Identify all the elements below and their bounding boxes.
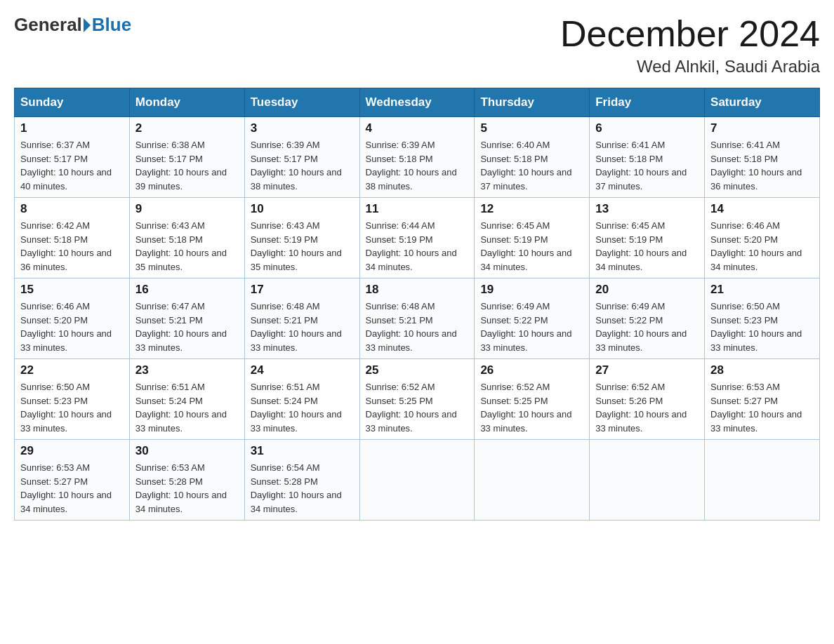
calendar-cell: 27 Sunrise: 6:52 AM Sunset: 5:26 PM Dayl… bbox=[590, 359, 705, 440]
calendar-cell: 31 Sunrise: 6:54 AM Sunset: 5:28 PM Dayl… bbox=[244, 440, 359, 521]
calendar-week-row: 8 Sunrise: 6:42 AM Sunset: 5:18 PM Dayli… bbox=[15, 198, 820, 279]
day-number: 7 bbox=[710, 121, 814, 135]
day-info: Sunrise: 6:49 AM Sunset: 5:22 PM Dayligh… bbox=[595, 300, 699, 354]
col-sunday: Sunday bbox=[15, 88, 130, 117]
day-info: Sunrise: 6:53 AM Sunset: 5:27 PM Dayligh… bbox=[20, 461, 124, 516]
calendar-header-row: Sunday Monday Tuesday Wednesday Thursday… bbox=[15, 88, 820, 117]
col-tuesday: Tuesday bbox=[244, 88, 359, 117]
day-number: 2 bbox=[135, 121, 239, 135]
day-number: 19 bbox=[480, 283, 583, 297]
calendar-cell bbox=[590, 440, 705, 521]
day-number: 4 bbox=[366, 121, 469, 135]
calendar-cell: 14 Sunrise: 6:46 AM Sunset: 5:20 PM Dayl… bbox=[705, 198, 820, 279]
day-info: Sunrise: 6:47 AM Sunset: 5:21 PM Dayligh… bbox=[135, 300, 239, 354]
day-info: Sunrise: 6:49 AM Sunset: 5:22 PM Dayligh… bbox=[480, 300, 583, 354]
calendar-cell: 11 Sunrise: 6:44 AM Sunset: 5:19 PM Dayl… bbox=[359, 198, 475, 279]
day-number: 22 bbox=[20, 363, 124, 377]
calendar-cell: 2 Sunrise: 6:38 AM Sunset: 5:17 PM Dayli… bbox=[129, 117, 244, 198]
day-info: Sunrise: 6:46 AM Sunset: 5:20 PM Dayligh… bbox=[710, 219, 814, 274]
title-section: December 2024 Wed Alnkil, Saudi Arabia bbox=[560, 14, 820, 76]
day-number: 13 bbox=[595, 202, 699, 216]
day-info: Sunrise: 6:41 AM Sunset: 5:18 PM Dayligh… bbox=[595, 138, 699, 193]
calendar-cell: 20 Sunrise: 6:49 AM Sunset: 5:22 PM Dayl… bbox=[590, 279, 705, 359]
day-info: Sunrise: 6:37 AM Sunset: 5:17 PM Dayligh… bbox=[20, 138, 124, 193]
day-number: 14 bbox=[710, 202, 814, 216]
day-info: Sunrise: 6:51 AM Sunset: 5:24 PM Dayligh… bbox=[251, 380, 354, 435]
day-info: Sunrise: 6:48 AM Sunset: 5:21 PM Dayligh… bbox=[251, 300, 354, 354]
day-info: Sunrise: 6:50 AM Sunset: 5:23 PM Dayligh… bbox=[20, 380, 124, 435]
calendar-cell: 21 Sunrise: 6:50 AM Sunset: 5:23 PM Dayl… bbox=[705, 279, 820, 359]
day-info: Sunrise: 6:42 AM Sunset: 5:18 PM Dayligh… bbox=[20, 219, 124, 274]
day-info: Sunrise: 6:52 AM Sunset: 5:25 PM Dayligh… bbox=[480, 380, 583, 435]
calendar-cell: 30 Sunrise: 6:53 AM Sunset: 5:28 PM Dayl… bbox=[129, 440, 244, 521]
day-info: Sunrise: 6:54 AM Sunset: 5:28 PM Dayligh… bbox=[251, 461, 354, 516]
calendar-cell: 15 Sunrise: 6:46 AM Sunset: 5:20 PM Dayl… bbox=[15, 279, 130, 359]
calendar-cell: 10 Sunrise: 6:43 AM Sunset: 5:19 PM Dayl… bbox=[244, 198, 359, 279]
calendar-cell: 28 Sunrise: 6:53 AM Sunset: 5:27 PM Dayl… bbox=[705, 359, 820, 440]
calendar-week-row: 1 Sunrise: 6:37 AM Sunset: 5:17 PM Dayli… bbox=[15, 117, 820, 198]
day-number: 1 bbox=[20, 121, 124, 135]
calendar-cell: 4 Sunrise: 6:39 AM Sunset: 5:18 PM Dayli… bbox=[359, 117, 475, 198]
day-info: Sunrise: 6:51 AM Sunset: 5:24 PM Dayligh… bbox=[135, 380, 239, 435]
day-number: 15 bbox=[20, 283, 124, 297]
day-number: 28 bbox=[710, 363, 814, 377]
day-number: 11 bbox=[366, 202, 469, 216]
day-number: 27 bbox=[595, 363, 699, 377]
calendar-cell: 29 Sunrise: 6:53 AM Sunset: 5:27 PM Dayl… bbox=[15, 440, 130, 521]
day-number: 21 bbox=[710, 283, 814, 297]
day-number: 23 bbox=[135, 363, 239, 377]
col-thursday: Thursday bbox=[475, 88, 590, 117]
calendar-cell: 22 Sunrise: 6:50 AM Sunset: 5:23 PM Dayl… bbox=[15, 359, 130, 440]
day-info: Sunrise: 6:43 AM Sunset: 5:19 PM Dayligh… bbox=[251, 219, 354, 274]
day-number: 8 bbox=[20, 202, 124, 216]
calendar-cell: 24 Sunrise: 6:51 AM Sunset: 5:24 PM Dayl… bbox=[244, 359, 359, 440]
day-number: 31 bbox=[251, 444, 354, 458]
day-number: 10 bbox=[251, 202, 354, 216]
calendar-cell: 12 Sunrise: 6:45 AM Sunset: 5:19 PM Dayl… bbox=[475, 198, 590, 279]
col-saturday: Saturday bbox=[705, 88, 820, 117]
calendar-subtitle: Wed Alnkil, Saudi Arabia bbox=[560, 57, 820, 76]
calendar-cell: 23 Sunrise: 6:51 AM Sunset: 5:24 PM Dayl… bbox=[129, 359, 244, 440]
day-number: 20 bbox=[595, 283, 699, 297]
day-number: 17 bbox=[251, 283, 354, 297]
calendar-cell: 7 Sunrise: 6:41 AM Sunset: 5:18 PM Dayli… bbox=[705, 117, 820, 198]
day-info: Sunrise: 6:39 AM Sunset: 5:17 PM Dayligh… bbox=[251, 138, 354, 193]
col-wednesday: Wednesday bbox=[359, 88, 475, 117]
day-number: 3 bbox=[251, 121, 354, 135]
day-info: Sunrise: 6:45 AM Sunset: 5:19 PM Dayligh… bbox=[595, 219, 699, 274]
calendar-table: Sunday Monday Tuesday Wednesday Thursday… bbox=[14, 88, 820, 521]
calendar-cell: 17 Sunrise: 6:48 AM Sunset: 5:21 PM Dayl… bbox=[244, 279, 359, 359]
day-info: Sunrise: 6:38 AM Sunset: 5:17 PM Dayligh… bbox=[135, 138, 239, 193]
calendar-cell bbox=[705, 440, 820, 521]
calendar-cell bbox=[359, 440, 475, 521]
calendar-cell: 8 Sunrise: 6:42 AM Sunset: 5:18 PM Dayli… bbox=[15, 198, 130, 279]
day-number: 30 bbox=[135, 444, 239, 458]
calendar-cell: 5 Sunrise: 6:40 AM Sunset: 5:18 PM Dayli… bbox=[475, 117, 590, 198]
day-info: Sunrise: 6:40 AM Sunset: 5:18 PM Dayligh… bbox=[480, 138, 583, 193]
day-number: 16 bbox=[135, 283, 239, 297]
day-info: Sunrise: 6:43 AM Sunset: 5:18 PM Dayligh… bbox=[135, 219, 239, 274]
day-number: 18 bbox=[366, 283, 469, 297]
calendar-cell: 19 Sunrise: 6:49 AM Sunset: 5:22 PM Dayl… bbox=[475, 279, 590, 359]
logo-triangle-icon bbox=[84, 18, 91, 32]
day-info: Sunrise: 6:53 AM Sunset: 5:27 PM Dayligh… bbox=[710, 380, 814, 435]
day-number: 29 bbox=[20, 444, 124, 458]
day-info: Sunrise: 6:41 AM Sunset: 5:18 PM Dayligh… bbox=[710, 138, 814, 193]
calendar-week-row: 22 Sunrise: 6:50 AM Sunset: 5:23 PM Dayl… bbox=[15, 359, 820, 440]
day-number: 6 bbox=[595, 121, 699, 135]
day-info: Sunrise: 6:52 AM Sunset: 5:26 PM Dayligh… bbox=[595, 380, 699, 435]
calendar-cell: 16 Sunrise: 6:47 AM Sunset: 5:21 PM Dayl… bbox=[129, 279, 244, 359]
day-number: 26 bbox=[480, 363, 583, 377]
calendar-week-row: 29 Sunrise: 6:53 AM Sunset: 5:27 PM Dayl… bbox=[15, 440, 820, 521]
day-number: 24 bbox=[251, 363, 354, 377]
day-number: 12 bbox=[480, 202, 583, 216]
day-info: Sunrise: 6:44 AM Sunset: 5:19 PM Dayligh… bbox=[366, 219, 469, 274]
day-number: 25 bbox=[366, 363, 469, 377]
calendar-cell: 13 Sunrise: 6:45 AM Sunset: 5:19 PM Dayl… bbox=[590, 198, 705, 279]
calendar-cell: 9 Sunrise: 6:43 AM Sunset: 5:18 PM Dayli… bbox=[129, 198, 244, 279]
calendar-cell: 6 Sunrise: 6:41 AM Sunset: 5:18 PM Dayli… bbox=[590, 117, 705, 198]
day-info: Sunrise: 6:53 AM Sunset: 5:28 PM Dayligh… bbox=[135, 461, 239, 516]
day-info: Sunrise: 6:52 AM Sunset: 5:25 PM Dayligh… bbox=[366, 380, 469, 435]
logo-general-text: General bbox=[14, 14, 82, 36]
page-header: General Blue December 2024 Wed Alnkil, S… bbox=[14, 14, 820, 76]
